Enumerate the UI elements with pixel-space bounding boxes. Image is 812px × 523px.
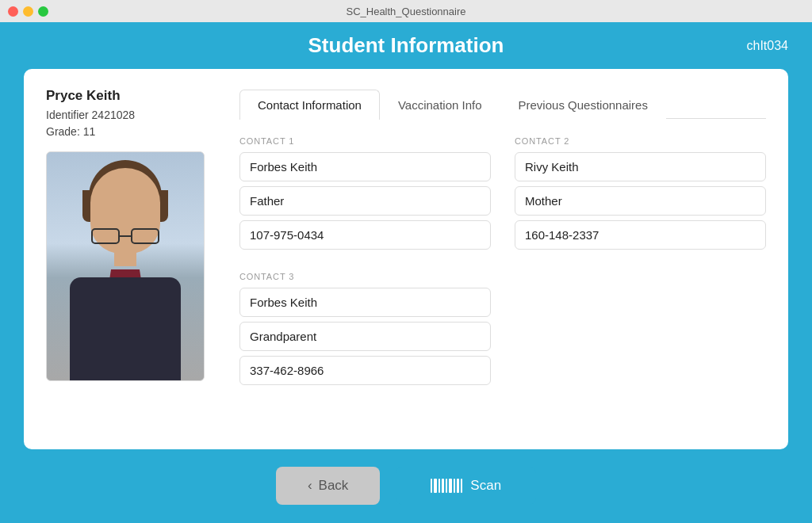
close-button[interactable]: [8, 6, 18, 17]
card-inner: Pryce Keith Identifier 2421028 Grade: 11: [46, 88, 766, 407]
contact1-relation: Father: [239, 186, 491, 216]
contact-group-1: CONTACT 1 Forbes Keith Father 107-975-04…: [239, 136, 491, 254]
right-panel: Contact Information Vaccination Info Pre…: [239, 88, 766, 407]
tabs-bar: Contact Information Vaccination Info Pre…: [239, 88, 766, 119]
barcode-icon: [431, 479, 462, 493]
titlebar: SC_Health_Questionnaire: [0, 0, 812, 22]
contact2-label: CONTACT 2: [515, 136, 766, 146]
contact2-relation: Mother: [515, 186, 766, 216]
window-controls: [8, 6, 48, 17]
glasses-bridge: [120, 235, 131, 237]
glasses-left: [91, 228, 120, 244]
tab-previous-questionnaires[interactable]: Previous Questionnaires: [500, 90, 666, 120]
photo-glasses: [91, 228, 159, 244]
bottom-bar: ‹ Back Scan: [0, 449, 812, 513]
student-identifier: Identifier 2421028: [46, 107, 220, 124]
contact-group-3: CONTACT 3 Forbes Keith Grandparent 337-4…: [239, 272, 491, 390]
header-code: chIt034: [747, 39, 788, 53]
student-grade: Grade: 11: [46, 124, 220, 140]
contact1-name: Forbes Keith: [239, 152, 491, 181]
contact3-label: CONTACT 3: [239, 272, 491, 281]
page-title: Student Information: [308, 33, 504, 58]
scan-button[interactable]: Scan: [396, 467, 536, 505]
contact-row-1: CONTACT 1 Forbes Keith Father 107-975-04…: [239, 136, 766, 254]
back-button[interactable]: ‹ Back: [276, 467, 380, 505]
scan-label: Scan: [470, 478, 501, 494]
tab-contact-information[interactable]: Contact Information: [239, 90, 380, 120]
contact2-name: Rivy Keith: [515, 152, 766, 181]
contact3-phone: 337-462-8966: [239, 356, 491, 385]
student-panel: Pryce Keith Identifier 2421028 Grade: 11: [46, 88, 220, 407]
contact2-phone: 160-148-2337: [515, 220, 766, 250]
glasses-right: [131, 228, 159, 244]
photo-neck: [114, 247, 136, 266]
chevron-left-icon: ‹: [308, 478, 312, 494]
contact3-relation: Grandparent: [239, 322, 491, 351]
student-name: Pryce Keith: [46, 88, 220, 104]
contact-group-empty: [515, 272, 766, 390]
contact1-phone: 107-975-0434: [239, 220, 491, 250]
header: Student Information chIt034: [0, 22, 812, 69]
main-card: Pryce Keith Identifier 2421028 Grade: 11: [24, 69, 788, 449]
contact3-name: Forbes Keith: [239, 288, 491, 317]
window-title: SC_Health_Questionnaire: [346, 6, 465, 17]
contact1-label: CONTACT 1: [239, 136, 491, 146]
maximize-button[interactable]: [38, 6, 48, 17]
student-photo: [46, 151, 205, 381]
minimize-button[interactable]: [23, 6, 33, 17]
contact-content: CONTACT 1 Forbes Keith Father 107-975-04…: [239, 136, 766, 390]
photo-body: [70, 277, 181, 380]
back-label: Back: [319, 478, 349, 494]
photo-face: [90, 168, 160, 254]
tab-vaccination-info[interactable]: Vaccination Info: [380, 90, 500, 120]
contact-group-2: CONTACT 2 Rivy Keith Mother 160-148-2337: [515, 136, 766, 254]
contact-row-2: CONTACT 3 Forbes Keith Grandparent 337-4…: [239, 272, 766, 390]
